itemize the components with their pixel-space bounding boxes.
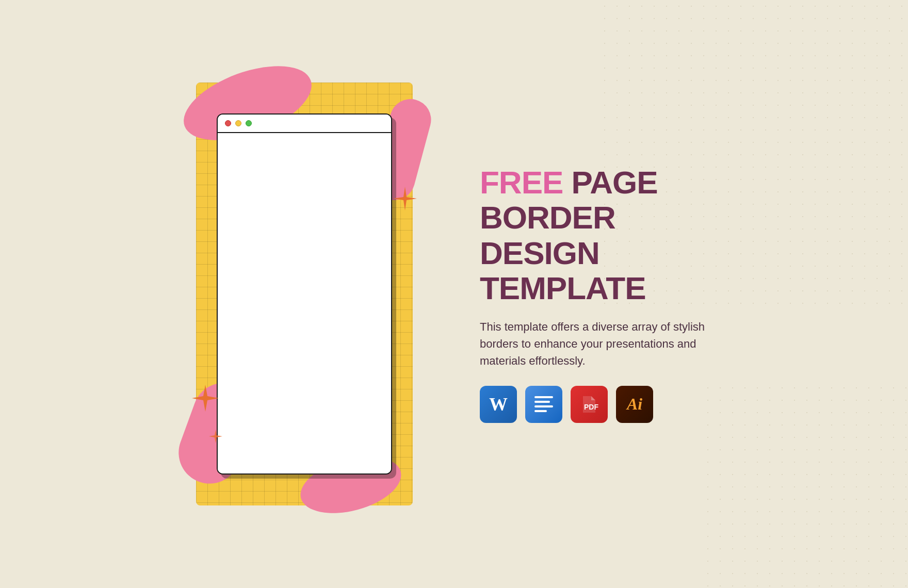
- word-icon[interactable]: W: [480, 386, 517, 423]
- browser-window: [217, 113, 392, 475]
- browser-topbar: [218, 115, 391, 133]
- sparkle-bottom-left-large: [191, 384, 220, 413]
- title-block: FREE PAGE BORDER DESIGN TEMPLATE: [480, 165, 769, 306]
- ai-letter: Ai: [627, 395, 642, 414]
- docs-line-4: [534, 410, 547, 412]
- browser-dot-red: [225, 120, 231, 126]
- google-docs-icon[interactable]: [525, 386, 562, 423]
- pdf-icon-symbol: PDF: [579, 394, 599, 415]
- title-free: FREE: [480, 165, 563, 200]
- browser-dot-green: [246, 120, 252, 126]
- word-letter: W: [489, 394, 508, 415]
- browser-dot-yellow: [235, 120, 241, 126]
- title-line-2: DESIGN TEMPLATE: [480, 236, 769, 306]
- right-section: FREE PAGE BORDER DESIGN TEMPLATE This te…: [480, 165, 769, 423]
- browser-content: [218, 133, 391, 473]
- adobe-illustrator-icon[interactable]: Ai: [616, 386, 653, 423]
- content-wrapper: FREE PAGE BORDER DESIGN TEMPLATE This te…: [0, 0, 908, 588]
- svg-text:PDF: PDF: [584, 403, 598, 411]
- docs-line-1: [534, 396, 553, 398]
- docs-line-3: [534, 405, 553, 407]
- sparkle-top-right: [392, 186, 418, 211]
- template-card: [196, 83, 413, 505]
- description-text: This template offers a diverse array of …: [480, 318, 727, 369]
- app-icons-row: W PDF: [480, 386, 769, 423]
- docs-lines: [530, 392, 557, 416]
- left-section: [170, 83, 439, 505]
- docs-line-2: [534, 401, 550, 403]
- adobe-pdf-icon[interactable]: PDF: [571, 386, 608, 423]
- sparkle-bottom-left-small: [208, 429, 223, 444]
- title-line-1: FREE PAGE BORDER: [480, 165, 769, 235]
